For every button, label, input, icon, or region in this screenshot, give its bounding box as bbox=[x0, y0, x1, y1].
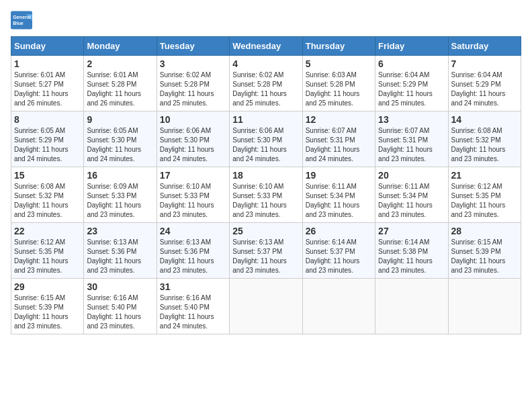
day-number: 28 bbox=[451, 226, 518, 236]
day-info: Sunrise: 6:02 AM Sunset: 5:28 PM Dayligh… bbox=[160, 71, 226, 108]
calendar-cell: 5Sunrise: 6:03 AM Sunset: 5:28 PM Daylig… bbox=[302, 56, 375, 111]
calendar-cell: 22Sunrise: 6:12 AM Sunset: 5:35 PM Dayli… bbox=[11, 223, 84, 279]
calendar-week-4: 22Sunrise: 6:12 AM Sunset: 5:35 PM Dayli… bbox=[11, 223, 521, 279]
calendar-cell: 17Sunrise: 6:10 AM Sunset: 5:33 PM Dayli… bbox=[157, 167, 229, 223]
day-info: Sunrise: 6:08 AM Sunset: 5:32 PM Dayligh… bbox=[14, 182, 81, 220]
calendar-cell: 23Sunrise: 6:13 AM Sunset: 5:36 PM Dayli… bbox=[84, 223, 157, 279]
day-number: 8 bbox=[14, 114, 81, 125]
day-number: 1 bbox=[14, 58, 81, 69]
calendar-cell: 13Sunrise: 6:07 AM Sunset: 5:31 PM Dayli… bbox=[375, 111, 448, 167]
day-number: 12 bbox=[306, 114, 372, 125]
day-number: 17 bbox=[160, 170, 226, 181]
calendar-cell: 25Sunrise: 6:13 AM Sunset: 5:37 PM Dayli… bbox=[230, 223, 302, 279]
day-info: Sunrise: 6:14 AM Sunset: 5:37 PM Dayligh… bbox=[306, 238, 372, 275]
day-info: Sunrise: 6:10 AM Sunset: 5:33 PM Dayligh… bbox=[232, 182, 299, 220]
calendar-cell: 27Sunrise: 6:14 AM Sunset: 5:38 PM Dayli… bbox=[375, 223, 448, 279]
day-info: Sunrise: 6:15 AM Sunset: 5:39 PM Dayligh… bbox=[14, 293, 81, 331]
day-info: Sunrise: 6:06 AM Sunset: 5:30 PM Dayligh… bbox=[232, 126, 299, 164]
day-number: 3 bbox=[160, 58, 226, 69]
day-number: 29 bbox=[14, 281, 81, 292]
calendar-cell: 19Sunrise: 6:11 AM Sunset: 5:34 PM Dayli… bbox=[302, 167, 375, 223]
svg-text:General: General bbox=[13, 14, 31, 20]
day-info: Sunrise: 6:05 AM Sunset: 5:29 PM Dayligh… bbox=[14, 126, 81, 164]
calendar-cell bbox=[448, 279, 521, 334]
calendar-cell: 21Sunrise: 6:12 AM Sunset: 5:35 PM Dayli… bbox=[448, 167, 521, 223]
calendar-cell: 7Sunrise: 6:04 AM Sunset: 5:29 PM Daylig… bbox=[448, 56, 521, 111]
day-info: Sunrise: 6:01 AM Sunset: 5:27 PM Dayligh… bbox=[14, 71, 81, 108]
day-info: Sunrise: 6:08 AM Sunset: 5:32 PM Dayligh… bbox=[451, 126, 518, 164]
day-info: Sunrise: 6:15 AM Sunset: 5:39 PM Dayligh… bbox=[451, 238, 518, 275]
calendar-cell: 26Sunrise: 6:14 AM Sunset: 5:37 PM Dayli… bbox=[302, 223, 375, 279]
calendar-cell bbox=[375, 279, 448, 334]
calendar-cell: 29Sunrise: 6:15 AM Sunset: 5:39 PM Dayli… bbox=[11, 279, 84, 334]
calendar-cell: 16Sunrise: 6:09 AM Sunset: 5:33 PM Dayli… bbox=[84, 167, 157, 223]
calendar-cell: 6Sunrise: 6:04 AM Sunset: 5:29 PM Daylig… bbox=[375, 56, 448, 111]
day-number: 5 bbox=[306, 58, 372, 69]
day-number: 22 bbox=[14, 226, 81, 236]
day-info: Sunrise: 6:03 AM Sunset: 5:28 PM Dayligh… bbox=[306, 71, 372, 108]
calendar-cell: 11Sunrise: 6:06 AM Sunset: 5:30 PM Dayli… bbox=[230, 111, 302, 167]
page-header: General Blue bbox=[11, 11, 521, 30]
day-info: Sunrise: 6:09 AM Sunset: 5:33 PM Dayligh… bbox=[87, 182, 153, 220]
day-info: Sunrise: 6:06 AM Sunset: 5:30 PM Dayligh… bbox=[160, 126, 226, 164]
day-info: Sunrise: 6:10 AM Sunset: 5:33 PM Dayligh… bbox=[160, 182, 226, 220]
day-info: Sunrise: 6:13 AM Sunset: 5:37 PM Dayligh… bbox=[232, 238, 299, 275]
svg-text:Blue: Blue bbox=[13, 20, 24, 26]
day-number: 20 bbox=[378, 170, 445, 181]
header-sunday: Sunday bbox=[11, 37, 84, 56]
calendar-cell: 3Sunrise: 6:02 AM Sunset: 5:28 PM Daylig… bbox=[157, 56, 229, 111]
day-info: Sunrise: 6:13 AM Sunset: 5:36 PM Dayligh… bbox=[160, 238, 226, 275]
day-number: 18 bbox=[232, 170, 299, 181]
header-tuesday: Tuesday bbox=[157, 37, 229, 56]
calendar-cell: 18Sunrise: 6:10 AM Sunset: 5:33 PM Dayli… bbox=[230, 167, 302, 223]
day-info: Sunrise: 6:04 AM Sunset: 5:29 PM Dayligh… bbox=[451, 71, 518, 108]
day-info: Sunrise: 6:12 AM Sunset: 5:35 PM Dayligh… bbox=[451, 182, 518, 220]
header-thursday: Thursday bbox=[302, 37, 375, 56]
day-number: 10 bbox=[160, 114, 226, 125]
calendar-week-3: 15Sunrise: 6:08 AM Sunset: 5:32 PM Dayli… bbox=[11, 167, 521, 223]
day-number: 19 bbox=[306, 170, 372, 181]
calendar-cell bbox=[302, 279, 375, 334]
day-info: Sunrise: 6:12 AM Sunset: 5:35 PM Dayligh… bbox=[14, 238, 81, 275]
day-number: 21 bbox=[451, 170, 518, 181]
day-info: Sunrise: 6:01 AM Sunset: 5:28 PM Dayligh… bbox=[87, 71, 153, 108]
day-info: Sunrise: 6:04 AM Sunset: 5:29 PM Dayligh… bbox=[378, 71, 445, 108]
header-wednesday: Wednesday bbox=[230, 37, 302, 56]
day-number: 23 bbox=[87, 226, 153, 236]
day-info: Sunrise: 6:13 AM Sunset: 5:36 PM Dayligh… bbox=[87, 238, 153, 275]
day-number: 30 bbox=[87, 281, 153, 292]
calendar-cell: 15Sunrise: 6:08 AM Sunset: 5:32 PM Dayli… bbox=[11, 167, 84, 223]
calendar-cell: 12Sunrise: 6:07 AM Sunset: 5:31 PM Dayli… bbox=[302, 111, 375, 167]
day-info: Sunrise: 6:07 AM Sunset: 5:31 PM Dayligh… bbox=[378, 126, 445, 164]
calendar-cell: 4Sunrise: 6:02 AM Sunset: 5:28 PM Daylig… bbox=[230, 56, 302, 111]
calendar-cell: 14Sunrise: 6:08 AM Sunset: 5:32 PM Dayli… bbox=[448, 111, 521, 167]
day-number: 27 bbox=[378, 226, 445, 236]
calendar-cell: 28Sunrise: 6:15 AM Sunset: 5:39 PM Dayli… bbox=[448, 223, 521, 279]
calendar-cell: 24Sunrise: 6:13 AM Sunset: 5:36 PM Dayli… bbox=[157, 223, 229, 279]
day-info: Sunrise: 6:16 AM Sunset: 5:40 PM Dayligh… bbox=[160, 293, 226, 331]
day-info: Sunrise: 6:14 AM Sunset: 5:38 PM Dayligh… bbox=[378, 238, 445, 275]
day-number: 15 bbox=[14, 170, 81, 181]
header-monday: Monday bbox=[84, 37, 157, 56]
day-number: 2 bbox=[87, 58, 153, 69]
calendar-header-row: SundayMondayTuesdayWednesdayThursdayFrid… bbox=[11, 37, 521, 56]
calendar-cell: 20Sunrise: 6:11 AM Sunset: 5:34 PM Dayli… bbox=[375, 167, 448, 223]
logo-icon: General Blue bbox=[11, 11, 32, 30]
calendar-cell: 10Sunrise: 6:06 AM Sunset: 5:30 PM Dayli… bbox=[157, 111, 229, 167]
calendar-cell: 31Sunrise: 6:16 AM Sunset: 5:40 PM Dayli… bbox=[157, 279, 229, 334]
day-number: 24 bbox=[160, 226, 226, 236]
day-info: Sunrise: 6:05 AM Sunset: 5:30 PM Dayligh… bbox=[87, 126, 153, 164]
day-number: 9 bbox=[87, 114, 153, 125]
day-info: Sunrise: 6:11 AM Sunset: 5:34 PM Dayligh… bbox=[306, 182, 372, 220]
header-saturday: Saturday bbox=[448, 37, 521, 56]
calendar-cell: 1Sunrise: 6:01 AM Sunset: 5:27 PM Daylig… bbox=[11, 56, 84, 111]
calendar-cell: 8Sunrise: 6:05 AM Sunset: 5:29 PM Daylig… bbox=[11, 111, 84, 167]
day-info: Sunrise: 6:11 AM Sunset: 5:34 PM Dayligh… bbox=[378, 182, 445, 220]
day-number: 4 bbox=[232, 58, 299, 69]
day-number: 6 bbox=[378, 58, 445, 69]
day-number: 13 bbox=[378, 114, 445, 125]
day-number: 7 bbox=[451, 58, 518, 69]
calendar-cell: 30Sunrise: 6:16 AM Sunset: 5:40 PM Dayli… bbox=[84, 279, 157, 334]
day-info: Sunrise: 6:16 AM Sunset: 5:40 PM Dayligh… bbox=[87, 293, 153, 331]
day-number: 25 bbox=[232, 226, 299, 236]
